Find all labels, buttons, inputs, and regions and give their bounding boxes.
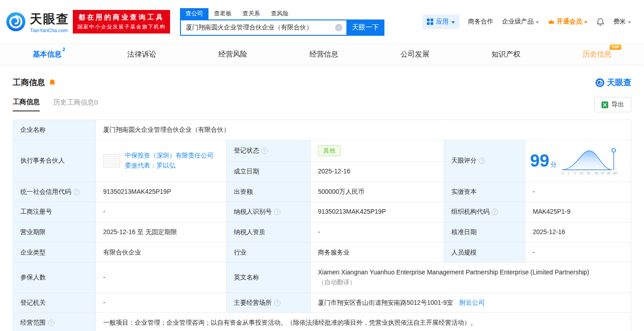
help-icon[interactable]: ? (73, 189, 80, 195)
open-vip-menu[interactable]: 开通会员 (548, 18, 587, 26)
brand-name: 天眼查 (30, 11, 69, 27)
approve-date-value: 2025-12-16 (526, 222, 631, 242)
main-place-label: 主要经营场所? (227, 293, 311, 313)
status-badge: 其他 (318, 145, 341, 156)
company-name-value: 厦门翔南圆火企业管理合伙企业（有限合伙） (96, 120, 631, 140)
registration-authority-value: - (96, 293, 227, 313)
establish-date-value: 2025-12-16 (311, 161, 444, 182)
clear-icon[interactable]: × (335, 24, 342, 31)
business-info-section: 工商信息 天眼查 工商信息 历史工商信息0 导出 (0, 77, 644, 331)
delegate-representative-link[interactable]: 罗以弘 (156, 162, 175, 169)
watermark-brand: 天眼查 (595, 77, 631, 88)
help-icon[interactable]: ? (274, 300, 280, 306)
table-row: 营业期限 2025-12-16 至 无固定期限 纳税人资质 - 核准日期 202… (13, 222, 631, 242)
subtab-history-business-info[interactable]: 历史工商信息0 (53, 98, 98, 111)
industry-label: 行业 (227, 242, 311, 263)
chevron-down-icon (584, 21, 587, 24)
table-row: 企业类型 有限合伙企业 行业 商务服务业 人员规模 - (13, 242, 631, 263)
staff-size-value: - (526, 242, 631, 263)
table-row: 参保人数 - 英文名称 Xiamen Xiangnan Yuanhuo Ente… (13, 263, 631, 293)
brand-domain: TianYanCha.com (30, 28, 69, 33)
search-tab-boss[interactable]: 查老板 (208, 8, 237, 19)
search-area: 查公司 查老板 查关系 查风险 × 天眼一下 (180, 8, 384, 36)
business-cooperation-link[interactable]: 商务合作 (468, 18, 493, 26)
svg-text:85: 85 (595, 172, 598, 175)
basic-info-count-badge: 2 (62, 47, 65, 52)
insured-number-label: 参保人数 (13, 263, 96, 293)
excel-icon (601, 101, 608, 108)
registration-authority-label: 登记机关 (13, 293, 96, 313)
chevron-down-icon (451, 21, 455, 24)
tianyancha-logo-icon (5, 11, 26, 32)
registration-number-label: 工商注册号 (13, 202, 96, 222)
help-icon[interactable]: ? (48, 320, 54, 326)
svg-text:97: 97 (601, 172, 605, 175)
table-row: 经营范围? 一般项目：企业管理；企业管理咨询；以自有资金从事投资活动。（除依法须… (13, 313, 631, 331)
notifications-button[interactable] (596, 18, 605, 26)
tyc-score-label: 天眼评分? (444, 140, 526, 182)
apps-menu-button[interactable]: 应用 (422, 14, 459, 29)
export-button[interactable]: 导出 (594, 97, 631, 112)
chevron-down-icon (535, 21, 539, 24)
business-scope-value: 一般项目：企业管理；企业管理咨询；以自有资金从事投资活动。（除依法须经批准的项目… (96, 313, 631, 331)
help-icon[interactable]: ? (492, 209, 498, 215)
tianyancha-logo[interactable]: 天眼查 TianYanCha.com (5, 11, 69, 33)
company-page-tabs: 基本信息2 法律诉讼 经营风险 经营信息 公司发展 知识产权 历史信息 VIP (0, 43, 644, 65)
tab-company-development[interactable]: 公司发展 (398, 44, 432, 65)
user-account-menu[interactable]: 费米 (613, 18, 631, 26)
search-tab-company[interactable]: 查公司 (180, 8, 208, 19)
section-title: 工商信息 (13, 77, 45, 88)
search-input[interactable] (186, 24, 335, 31)
company-name-label: 企业名称 (13, 120, 96, 140)
search-tab-risk[interactable]: 查风险 (265, 8, 294, 19)
auto-translate-note: （自动翻译） (318, 278, 624, 288)
subtab-business-info[interactable]: 工商信息 (13, 98, 40, 111)
crown-icon (548, 18, 555, 25)
partner-logo (103, 154, 120, 168)
taxpayer-id-label: 纳税人识别号? (227, 202, 311, 222)
enterprise-products-menu[interactable]: 企业级产品 (502, 18, 539, 26)
registration-status-value: 其他 (311, 140, 444, 161)
partner-company-link[interactable]: 中保投资（深圳）有限责任公司 (125, 152, 213, 159)
tab-history-info[interactable]: 历史信息 VIP (580, 44, 614, 65)
company-type-value: 有限合伙企业 (96, 242, 227, 263)
paid-capital-label: 实缴资本 (444, 182, 526, 202)
capital-label: 出资额 (227, 182, 311, 202)
svg-text:15: 15 (580, 172, 583, 175)
top-header: 天眼查 TianYanCha.com 都在用的商业查询工具 国家中小企业发展子基… (0, 0, 644, 43)
promo-banner: 都在用的商业查询工具 国家中小企业发展子基金旗下机构 (73, 10, 170, 34)
taxpayer-quality-label: 纳税人资质 (227, 222, 311, 242)
taxpayer-id-value: 91350213MAK425P19P (311, 202, 444, 222)
score-number: 99分 (530, 152, 557, 169)
credit-code-label: 统一社会信用代码? (13, 182, 96, 202)
tyc-score-value: 99分 0 1 3 15 (526, 140, 631, 182)
company-type-label: 企业类型 (13, 242, 96, 263)
english-name-label: 英文名称 (227, 263, 311, 293)
org-code-value: MAK425P1-9 (526, 202, 631, 222)
capital-value: 500000万人民币 (311, 182, 444, 202)
help-icon[interactable]: ? (261, 148, 268, 154)
search-input-box: × (180, 19, 346, 36)
tab-intellectual-property[interactable]: 知识产权 (489, 44, 523, 65)
taxpayer-quality-value: - (311, 222, 444, 242)
monitor-bell-icon[interactable] (48, 79, 56, 86)
tab-operation-risk[interactable]: 经营风险 (216, 44, 250, 65)
search-tab-relation[interactable]: 查关系 (237, 8, 265, 19)
help-icon[interactable]: ? (479, 158, 485, 164)
credit-code-value: 91350213MAK425P19P (96, 182, 227, 202)
search-button[interactable]: 天眼一下 (346, 19, 384, 36)
help-icon[interactable]: ? (274, 209, 280, 215)
executive-partner-value: 中保投资（深圳）有限责任公司 委派代表：罗以弘 (96, 140, 227, 182)
tab-operation-info[interactable]: 经营信息 (307, 44, 341, 65)
business-info-table: 企业名称 厦门翔南圆火企业管理合伙企业（有限合伙） 执行事务合伙人 中保投资（深… (13, 120, 631, 331)
tab-legal-proceedings[interactable]: 法律诉讼 (124, 44, 159, 65)
table-row: 企业名称 厦门翔南圆火企业管理合伙企业（有限合伙） (13, 120, 631, 140)
table-row: 工商注册号 - 纳税人识别号? 91350213MAK425P19P 组织机构代… (13, 202, 631, 222)
tab-basic-info[interactable]: 基本信息2 (30, 43, 68, 65)
promo-line2: 国家中小企业发展子基金旗下机构 (77, 24, 166, 30)
chevron-down-icon (628, 21, 631, 24)
svg-text:50: 50 (587, 172, 591, 175)
insured-number-value: - (96, 263, 227, 293)
svg-text:99: 99 (607, 172, 611, 175)
nearby-companies-link[interactable]: 附近公司 (459, 299, 485, 306)
